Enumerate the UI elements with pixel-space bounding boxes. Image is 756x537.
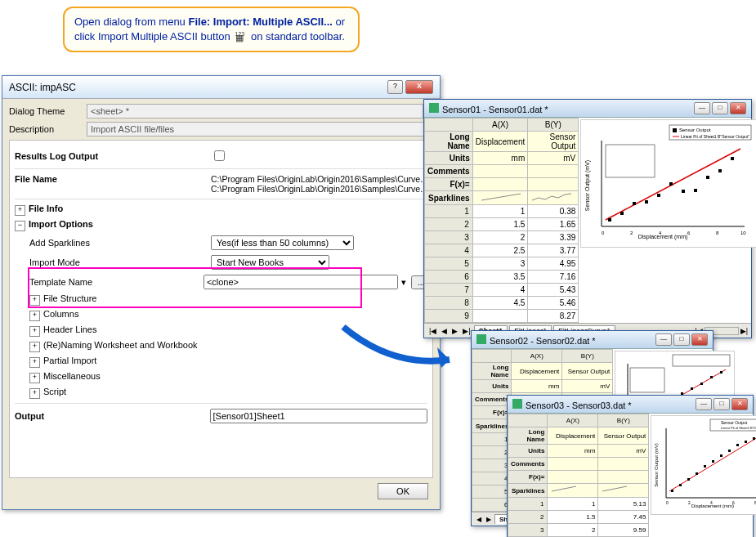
dialog-title: ASCII: impASC	[9, 82, 76, 93]
add-sparklines-label: Add Sparklines	[29, 238, 211, 248]
sparkline-a	[480, 192, 525, 202]
description-label: Description	[9, 124, 87, 134]
svg-text:2: 2	[630, 230, 633, 235]
expand-partial-import[interactable]: +	[29, 357, 40, 368]
template-dropdown-icon[interactable]: ▾	[401, 277, 406, 288]
tab-nav-first[interactable]: |◀	[427, 327, 438, 335]
wb1-minimize[interactable]: —	[694, 102, 710, 114]
wb3-maximize[interactable]: □	[714, 398, 730, 410]
svg-rect-65	[736, 444, 739, 446]
add-sparklines-select[interactable]: Yes(if less than 50 columns)	[211, 235, 354, 250]
scroll-right[interactable]: ▶|	[740, 327, 748, 335]
workbook-sensor03: Sensor03 - Sensor03.dat * — □ ✕ A(X)B(Y)…	[507, 395, 754, 537]
svg-text:Sensor Output (mV): Sensor Output (mV)	[584, 160, 591, 211]
wb2-maximize[interactable]: □	[673, 333, 690, 346]
file-path-2: C:\Program Files\OriginLab\Origin2016\Sa…	[211, 184, 427, 194]
workbook-icon	[512, 399, 522, 409]
svg-rect-21	[645, 200, 648, 204]
wb3-close[interactable]: ✕	[731, 398, 748, 410]
instruction-callout: Open dialog from menu File: Import: Mult…	[63, 7, 360, 52]
svg-text:Sensor Output (mV): Sensor Output (mV)	[654, 443, 659, 486]
svg-rect-57	[671, 490, 673, 492]
svg-rect-30	[630, 368, 664, 392]
workbook-icon	[476, 334, 486, 344]
svg-text:0: 0	[602, 230, 605, 235]
svg-rect-40	[691, 387, 693, 390]
svg-text:Linear Fit of Sheet1 B"Sensor : Linear Fit of Sheet1 B"Sensor Output"	[681, 134, 749, 139]
tab-nav-prev[interactable]: ◀	[440, 327, 449, 335]
svg-rect-61	[704, 465, 706, 468]
wb1-close[interactable]: ✕	[730, 102, 746, 114]
svg-rect-25	[694, 189, 697, 192]
wb3-worksheet[interactable]: A(X)B(Y) Long NameDisplacementSensor Out…	[508, 414, 649, 537]
svg-rect-19	[620, 212, 624, 215]
svg-text:Displacement (mm): Displacement (mm)	[638, 234, 688, 240]
wb3-minimize[interactable]: —	[696, 398, 712, 410]
svg-rect-29	[673, 355, 730, 366]
svg-text:Linear Fit of Sheet1 B"Sensor : Linear Fit of Sheet1 B"Sensor Output"	[721, 426, 756, 430]
import-options-label: Import Options	[29, 219, 93, 229]
wb2-minimize[interactable]: —	[655, 333, 672, 346]
svg-rect-63	[720, 454, 722, 457]
svg-rect-24	[682, 190, 685, 193]
svg-text:2: 2	[688, 500, 691, 505]
svg-rect-2	[673, 128, 677, 132]
expand-file-info[interactable]: +	[15, 205, 25, 216]
file-path-1: C:\Program Files\OriginLab\Origin2016\Sa…	[211, 174, 427, 184]
svg-rect-42	[710, 376, 713, 378]
svg-rect-27	[718, 169, 722, 172]
workbook-sensor01: Sensor01 - Sensor01.dat * — □ ✕ A(X)B(Y)…	[423, 99, 752, 338]
ok-button[interactable]: OK	[378, 483, 428, 499]
svg-rect-60	[696, 472, 698, 475]
expand-misc[interactable]: +	[29, 373, 40, 383]
svg-rect-58	[679, 484, 682, 486]
svg-rect-18	[608, 218, 611, 222]
expand-columns[interactable]: +	[29, 311, 40, 321]
svg-text:10: 10	[740, 230, 746, 235]
wb2-close[interactable]: ✕	[691, 333, 708, 346]
dialog-theme-field[interactable]	[87, 104, 423, 119]
collapse-import-options[interactable]: −	[15, 221, 25, 231]
wb2-title: Sensor02 - Sensor02.dat *	[490, 336, 596, 346]
svg-rect-59	[687, 478, 690, 481]
tab-nav-next[interactable]: ▶	[450, 327, 459, 335]
svg-rect-20	[633, 202, 636, 205]
wb3-chart: Sensor Output Linear Fit of Sheet1 B"Sen…	[651, 415, 756, 515]
sparkline-b	[530, 192, 575, 202]
expand-script[interactable]: +	[29, 388, 40, 399]
results-log-label: Results Log Output	[15, 151, 98, 161]
svg-rect-67	[753, 437, 755, 440]
output-label: Output	[15, 411, 44, 421]
results-log-checkbox[interactable]	[214, 150, 225, 161]
help-button[interactable]: ?	[387, 80, 403, 94]
svg-text:8: 8	[716, 230, 719, 235]
dialog-titlebar: ASCII: impASC ? X	[2, 76, 440, 99]
expand-header-lines[interactable]: +	[29, 326, 40, 337]
svg-rect-64	[728, 450, 731, 452]
highlight-import-mode	[28, 267, 362, 308]
svg-text:4: 4	[710, 500, 713, 505]
svg-rect-43	[720, 371, 722, 374]
svg-rect-41	[700, 383, 703, 385]
svg-rect-28	[731, 157, 734, 160]
output-field[interactable]	[210, 409, 427, 423]
description-field	[87, 122, 433, 136]
file-info-label: File Info	[29, 204, 63, 213]
svg-text:Displacement (mm): Displacement (mm)	[691, 503, 734, 508]
close-button[interactable]: X	[405, 80, 433, 94]
svg-rect-6	[606, 145, 655, 177]
wb1-maximize[interactable]: □	[712, 102, 728, 114]
svg-rect-26	[706, 176, 709, 179]
file-name-label: File Name	[15, 174, 57, 184]
wb1-worksheet[interactable]: A(X)B(Y) Long NameDisplacementSensor Out…	[424, 118, 579, 323]
wb1-title: Sensor01 - Sensor01.dat *	[442, 105, 548, 114]
wb3-title: Sensor03 - Sensor03.dat *	[526, 401, 632, 410]
wb1-chart: Sensor Output Linear Fit of Sheet1 B"Sen…	[580, 119, 756, 248]
svg-text:6: 6	[687, 230, 691, 235]
workbook-icon	[429, 103, 439, 113]
svg-rect-62	[712, 460, 714, 463]
ascii-impasc-dialog: ASCII: impASC ? X Dialog Theme ▶ Descrip…	[2, 75, 441, 510]
svg-text:6: 6	[732, 500, 735, 505]
expand-renaming[interactable]: +	[29, 342, 40, 352]
dialog-theme-label: Dialog Theme	[9, 106, 87, 116]
